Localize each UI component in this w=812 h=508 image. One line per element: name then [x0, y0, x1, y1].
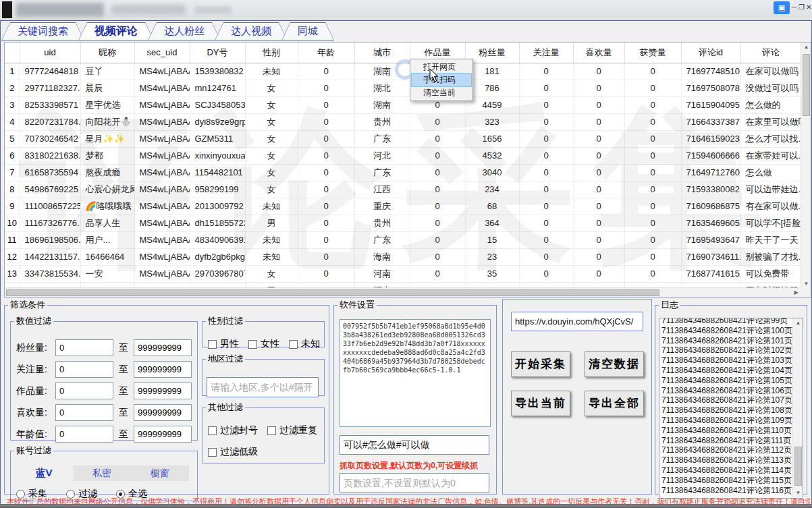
min-value-input[interactable]: [55, 361, 113, 378]
gender-filter-title: 性别过滤: [206, 315, 245, 327]
account-tab-蓝V[interactable]: 蓝V: [15, 465, 73, 480]
column-header[interactable]: 年龄: [298, 43, 354, 63]
column-header[interactable]: 关注量: [519, 43, 573, 63]
log-scroll-up-icon[interactable]: ▲: [793, 318, 803, 328]
tab-达人视频[interactable]: 达人视频: [215, 22, 288, 40]
export-current-button[interactable]: 导出当前: [511, 391, 570, 416]
scroll-right-icon[interactable]: ▶: [791, 288, 801, 298]
table-cell: 71594606666...: [681, 147, 740, 164]
results-table-container: uid昵称sec_uidDY号性别年龄城市作品量粉丝量关注量喜欢量获赞量评论id…: [4, 42, 811, 298]
column-header[interactable]: uid: [20, 43, 80, 63]
table-row[interactable]: 9111008657225🌈咯哦哦哦 ...MS4wLjABAA...20130…: [5, 198, 801, 215]
table-row[interactable]: 1333473815534...一安MS4wLjABAA...297039678…: [5, 265, 801, 282]
context-menu-item[interactable]: 打开网页: [412, 61, 471, 74]
table-row[interactable]: 1118696198506...用户...MS4wLjABAA...483409…: [5, 231, 801, 248]
table-cell: 0: [519, 181, 573, 198]
checkbox-未知[interactable]: 未知: [289, 338, 320, 350]
table-row[interactable]: 854986769225心宸心妍龙凤胎MS4wLjABAA...95829919…: [5, 181, 801, 198]
min-value-input[interactable]: [55, 404, 113, 421]
column-header[interactable]: 昵称: [80, 43, 134, 63]
region-input[interactable]: [207, 377, 319, 397]
table-row[interactable]: 761658735594熬夜成瘾MS4wLjABAA...1154482101女…: [5, 164, 801, 181]
table-cell: 0: [410, 198, 465, 215]
max-value-input[interactable]: [134, 339, 192, 356]
account-tab-私密[interactable]: 私密: [73, 465, 131, 481]
tab-关键词搜索[interactable]: 关键词搜索: [1, 22, 84, 40]
column-header[interactable]: 获赞量: [624, 43, 681, 63]
close-button[interactable]: ✕: [805, 2, 812, 13]
table-cell: 8: [5, 181, 20, 198]
table-row[interactable]: 683180221638...梦都MS4wLjABAA...xinxinyoux…: [5, 147, 801, 164]
table-cell: 71609686875...: [681, 198, 740, 215]
column-header[interactable]: 性别: [245, 43, 298, 63]
horizontal-scroll-thumb[interactable]: [6, 289, 659, 296]
vertical-scrollbar[interactable]: ▲ ▼: [801, 43, 811, 289]
titlebar-app-button[interactable]: ▣: [774, 1, 790, 14]
minimize-button[interactable]: ─: [790, 2, 798, 13]
table-cell: 0: [298, 265, 354, 282]
table-cell: 29771182327...: [20, 80, 80, 96]
scroll-up-icon[interactable]: ▲: [801, 43, 811, 52]
column-header[interactable]: sec_uid: [134, 43, 190, 63]
start-collect-button[interactable]: 开始采集: [511, 351, 570, 377]
checkbox-女性[interactable]: 女性: [248, 338, 279, 350]
table-cell: 33473815534...: [20, 265, 80, 282]
maximize-button[interactable]: ❐: [798, 2, 805, 13]
column-header[interactable]: 评论: [740, 43, 801, 63]
max-value-input[interactable]: [134, 361, 192, 378]
numeric-filter-row: 关注量:至: [16, 361, 192, 378]
max-value-input[interactable]: [134, 404, 192, 421]
table-cell: 昨天干了一天 ..: [740, 231, 801, 248]
min-value-input[interactable]: [55, 383, 113, 399]
column-header[interactable]: 粉丝量: [465, 43, 519, 63]
table-row[interactable]: 570730246542星月✨✨MS4wLjABAA...GZM5311女0广东…: [5, 130, 801, 147]
max-value-input[interactable]: [134, 426, 192, 443]
range-to-label: 至: [113, 428, 134, 441]
table-cell: 0: [573, 215, 624, 231]
table-row[interactable]: 482207231784...向阳花开⛄MS4wLjABAA...dyi8s9z…: [5, 113, 801, 130]
account-tab-橱窗[interactable]: 橱窗: [131, 465, 189, 481]
table-cell: 4459: [465, 96, 519, 113]
checkbox-过滤低级[interactable]: 过滤低级: [208, 446, 258, 458]
checkbox-男性[interactable]: 男性: [208, 338, 239, 350]
column-header[interactable]: 评论id: [681, 43, 740, 63]
max-value-input[interactable]: [134, 383, 192, 399]
url-input[interactable]: [511, 312, 643, 331]
checkbox-icon: [248, 340, 257, 349]
table-cell: 星宇优选: [80, 96, 134, 113]
column-header[interactable]: 喜欢量: [573, 43, 624, 63]
vertical-scroll-thumb[interactable]: [803, 54, 810, 116]
table-row[interactable]: 1214422131157...16466464MS4wLjABAA...dyf…: [5, 248, 801, 265]
export-all-button[interactable]: 导出全部: [585, 391, 644, 416]
table-cell: 71664337387...: [681, 113, 740, 130]
clear-data-button[interactable]: 清空数据: [585, 351, 644, 377]
log-scrollbar[interactable]: ▲ ▼: [792, 318, 803, 498]
min-value-input[interactable]: [55, 339, 113, 356]
checkbox-过滤重复[interactable]: 过滤重复: [267, 424, 317, 436]
table-cell: 梦都: [80, 147, 134, 164]
page-count-input[interactable]: [340, 473, 489, 492]
table-cell: 广东: [354, 231, 410, 248]
log-scroll-thumb[interactable]: [794, 447, 802, 486]
tab-同城[interactable]: 同城: [281, 22, 334, 40]
table-cell: 湖北: [354, 80, 410, 96]
checkbox-过滤封号[interactable]: 过滤封号: [208, 424, 258, 436]
context-menu-item[interactable]: 清空当前: [412, 86, 471, 99]
table-cell: 江西: [354, 181, 410, 198]
numeric-filter-row: 作品量:至: [16, 383, 192, 399]
log-list[interactable]: 7113864346882608421评论第99页711386434688260…: [659, 318, 803, 499]
context-menu-item[interactable]: 手机扫码: [412, 74, 471, 86]
table-row[interactable]: 229771182327...晨辰MS4wLjABAA...mn124761女0…: [5, 80, 801, 96]
column-header[interactable]: DY号: [190, 43, 245, 63]
table-row[interactable]: 382533398571星宇优选MS4wLjABAA...SCJ34580533…: [5, 96, 801, 113]
checkbox-icon: [289, 340, 298, 349]
horizontal-scrollbar[interactable]: ▶: [5, 287, 801, 297]
license-textbox[interactable]: 007952f5b5b741eb1ef95068a8d1b95e4d03b8a4…: [340, 319, 491, 427]
tab-达人粉丝[interactable]: 达人粉丝: [148, 22, 221, 40]
table-cell: 0: [519, 231, 573, 248]
keyword-input[interactable]: [340, 435, 489, 455]
min-value-input[interactable]: [55, 426, 113, 443]
tab-视频评论[interactable]: 视频评论: [78, 22, 154, 40]
table-row[interactable]: 1011167326776...品享人生MS4wLjABAA...dh15185…: [5, 215, 801, 231]
censored-title-block: [194, 6, 232, 14]
